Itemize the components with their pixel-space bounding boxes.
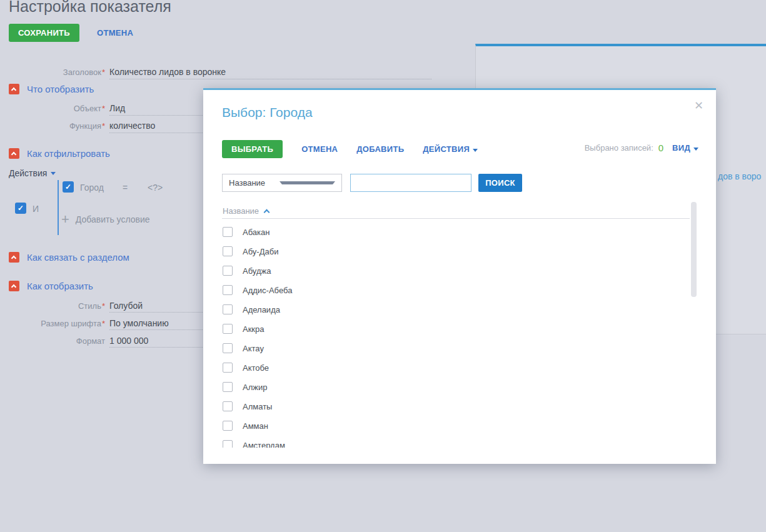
list-item[interactable]: Актау [203, 339, 697, 358]
search-button[interactable]: ПОИСК [478, 174, 522, 192]
column-header-label: Название [223, 206, 259, 216]
list-item[interactable]: Алматы [203, 397, 697, 416]
list-item[interactable]: Алжир [203, 378, 697, 397]
close-icon[interactable]: ✕ [694, 99, 703, 113]
format-field-label: Формат [0, 336, 105, 346]
list-item-label: Актобе [243, 363, 269, 373]
app-root: Настройка показателя СОХРАНИТЬ ОТМЕНА За… [0, 0, 766, 532]
list-item-label: Амман [243, 421, 268, 431]
list-item[interactable]: Абуджа [203, 261, 697, 281]
list-item-label: Амстердам [243, 441, 285, 448]
select-button[interactable]: ВЫБРАТЬ [222, 140, 283, 158]
font-size-field-label: Размер шрифта* [0, 319, 105, 328]
chevron-down-icon [51, 172, 56, 175]
modal-button-bar: ВЫБРАТЬ ОТМЕНА ДОБАВИТЬ ДЕЙСТВИЯ [222, 140, 478, 158]
condition-field[interactable]: Город [80, 183, 104, 193]
modal-title: Выбор: Города [222, 105, 313, 120]
list-item[interactable]: Абакан [203, 223, 697, 242]
section-label: Как отфильтровать [27, 148, 110, 159]
required-mark: * [102, 104, 105, 113]
section-how-to-display[interactable]: Как отобразить [9, 281, 93, 291]
search-column-select[interactable]: Название [222, 174, 342, 192]
collapse-icon[interactable] [9, 84, 19, 94]
list-item-label: Абу-Даби [243, 247, 278, 256]
city-list: Абакан Абу-Даби Абуджа Аддис-Абеба Адела… [203, 223, 697, 448]
row-checkbox[interactable] [223, 246, 233, 256]
row-checkbox[interactable] [223, 285, 233, 295]
row-checkbox[interactable] [223, 363, 233, 373]
function-field-label: Функция* [0, 121, 105, 131]
object-field[interactable]: Лид [109, 103, 125, 113]
list-item[interactable]: Амман [203, 416, 697, 436]
filter-actions-menu[interactable]: Действия [9, 168, 56, 178]
list-item-label: Абакан [243, 228, 270, 237]
required-mark: * [102, 301, 105, 311]
widget-preview-title: дов в воро [718, 171, 761, 181]
section-how-to-link[interactable]: Как связать с разделом [9, 252, 129, 263]
list-item-label: Аделаида [243, 305, 280, 314]
header-field[interactable]: Количество лидов в воронке [109, 67, 226, 77]
add-condition-button[interactable]: + Добавить условие [61, 213, 150, 226]
condition-checkbox[interactable]: ✓ [63, 181, 74, 193]
row-checkbox[interactable] [223, 440, 233, 448]
row-checkbox[interactable] [223, 304, 233, 314]
search-input[interactable] [350, 174, 471, 192]
font-size-field[interactable]: По умолчанию [109, 318, 169, 328]
condition-value[interactable]: <?> [148, 183, 163, 193]
list-item-label: Алжир [243, 383, 267, 392]
row-checkbox[interactable] [223, 401, 233, 411]
cancel-button[interactable]: ОТМЕНА [97, 28, 133, 38]
group-operator-checkbox[interactable]: ✓ [15, 203, 26, 214]
page-title: Настройка показателя [9, 0, 171, 16]
plus-icon: + [61, 213, 69, 226]
object-field-label: Объект* [0, 104, 105, 113]
row-checkbox[interactable] [223, 324, 233, 334]
row-checkbox[interactable] [223, 343, 233, 353]
row-checkbox[interactable] [223, 266, 233, 276]
section-what-to-display[interactable]: Что отобразить [9, 84, 94, 94]
add-button[interactable]: ДОБАВИТЬ [356, 144, 404, 154]
toolbar: СОХРАНИТЬ ОТМЕНА [9, 24, 133, 42]
filter-actions-label: Действия [9, 168, 47, 178]
selected-counter: Выбрано записей: 0 ВИД [585, 143, 698, 153]
selected-counter-value: 0 [658, 143, 663, 153]
list-item-label: Аддис-Абеба [243, 286, 292, 295]
save-button[interactable]: СОХРАНИТЬ [9, 24, 79, 42]
function-field[interactable]: количество [109, 121, 155, 131]
list-item[interactable]: Аддис-Абеба [203, 281, 697, 300]
section-how-to-filter[interactable]: Как отфильтровать [9, 148, 110, 159]
view-menu-button[interactable]: ВИД [672, 143, 698, 153]
list-item[interactable]: Аккра [203, 319, 697, 339]
row-checkbox[interactable] [223, 421, 233, 431]
style-field[interactable]: Голубой [109, 301, 143, 311]
header-field-label: Заголовок* [0, 68, 105, 77]
list-item[interactable]: Амстердам [203, 436, 697, 448]
row-checkbox[interactable] [223, 227, 233, 237]
condition-operator[interactable]: = [123, 183, 128, 193]
chevron-down-icon [473, 149, 478, 152]
group-operator-label[interactable]: И [33, 204, 39, 214]
collapse-icon[interactable] [9, 252, 19, 263]
search-column-value: Название [229, 178, 280, 188]
list-column-header[interactable]: Название [223, 206, 269, 216]
list-scrollbar[interactable] [691, 202, 697, 297]
list-item[interactable]: Актобе [203, 358, 697, 378]
format-field[interactable]: 1 000 000 [109, 336, 148, 346]
row-checkbox[interactable] [223, 382, 233, 392]
style-field-label: Стиль* [0, 301, 105, 311]
field-underline [109, 79, 431, 79]
sort-asc-icon [264, 209, 270, 215]
selected-counter-label: Выбрано записей: [585, 143, 653, 153]
list-item[interactable]: Абу-Даби [203, 242, 697, 261]
list-item-label: Абуджа [243, 266, 271, 276]
add-condition-label: Добавить условие [76, 214, 150, 224]
collapse-icon[interactable] [9, 281, 19, 291]
section-label: Как связать с разделом [27, 252, 129, 263]
modal-cancel-button[interactable]: ОТМЕНА [301, 144, 338, 154]
list-item-label: Алматы [243, 402, 272, 411]
list-item-label: Актау [243, 344, 264, 353]
actions-menu-button[interactable]: ДЕЙСТВИЯ [423, 144, 478, 154]
required-mark: * [102, 68, 105, 77]
collapse-icon[interactable] [9, 148, 19, 159]
list-item[interactable]: Аделаида [203, 300, 697, 319]
